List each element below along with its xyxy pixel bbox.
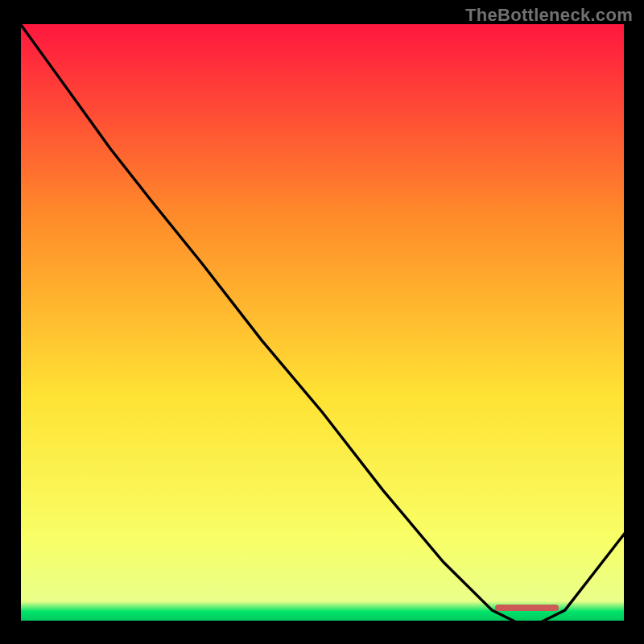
- watermark-text: TheBottleneck.com: [465, 5, 633, 26]
- bottleneck-curve: [19, 23, 625, 622]
- optimal-range-marker: [495, 605, 559, 611]
- bottleneck-curve-svg: [19, 23, 625, 622]
- plot-frame: [19, 23, 625, 622]
- chart-root: TheBottleneck.com: [0, 0, 644, 644]
